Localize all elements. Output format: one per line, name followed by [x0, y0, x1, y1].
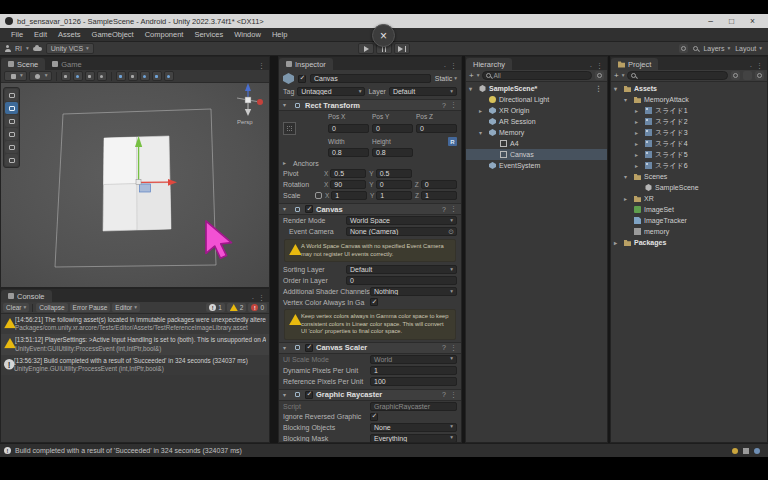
error-pause-button[interactable]: Error Pause [70, 303, 111, 312]
project-item-imagetracker[interactable]: ImageTracker [611, 215, 767, 226]
layers-dropdown[interactable]: Layers [703, 45, 730, 52]
foldout-icon[interactable] [479, 108, 486, 114]
tab-scene[interactable]: Scene [1, 58, 45, 70]
foldout-icon[interactable] [479, 130, 486, 136]
component-menu-icon[interactable]: ⋮ [450, 205, 457, 213]
status-bar[interactable]: ! Build completed with a result of 'Succ… [0, 443, 768, 457]
component-enabled-checkbox[interactable] [305, 391, 313, 399]
rect-transform-header[interactable]: Rect Transform ?⋮ [279, 99, 461, 111]
hierarchy-search-input[interactable]: All [482, 71, 592, 80]
menu-file[interactable]: File [6, 30, 28, 39]
canvas-component-header[interactable]: Canvas ?⋮ [279, 203, 461, 215]
project-item-slide5[interactable]: スライド5 [611, 149, 767, 160]
project-item-samplescene[interactable]: SampleScene [611, 182, 767, 193]
search-by-label-icon[interactable] [743, 71, 752, 80]
menu-component[interactable]: Component [140, 30, 189, 39]
foldout-icon[interactable] [469, 86, 476, 92]
order-in-layer-field[interactable]: 0 [346, 276, 457, 285]
foldout-icon[interactable] [614, 86, 621, 92]
search-by-type-icon[interactable] [731, 71, 740, 80]
cloud-status-icon[interactable] [754, 448, 760, 454]
hierarchy-item-xr-origin[interactable]: XR Origin [466, 105, 607, 116]
project-item-assets[interactable]: Assets [611, 83, 767, 94]
tab-project[interactable]: Project [611, 58, 658, 70]
console-message[interactable]: ! [13:56:32] Build completed with a resu… [1, 355, 269, 375]
component-menu-icon[interactable]: ⋮ [450, 344, 457, 352]
panel-menu-icon[interactable]: ⋮ [596, 62, 603, 70]
project-item-imageset[interactable]: ImageSet [611, 204, 767, 215]
rotate-tool-button[interactable] [5, 115, 18, 127]
close-button[interactable]: × [750, 14, 755, 28]
foldout-icon[interactable] [635, 119, 642, 125]
view-options-dropdown[interactable] [29, 71, 52, 81]
rotation-x-field[interactable]: 90 [330, 180, 366, 189]
scale-tool-button[interactable] [5, 128, 18, 140]
panel-menu-icon[interactable]: ⋮ [756, 62, 763, 70]
foldout-icon[interactable] [283, 160, 290, 166]
scale-x-field[interactable]: 1 [331, 191, 367, 200]
foldout-icon[interactable] [635, 152, 642, 158]
rotation-y-field[interactable]: 0 [376, 180, 412, 189]
warning-filter-toggle[interactable]: 2 [227, 303, 247, 312]
foldout-icon[interactable] [624, 196, 631, 202]
foldout-icon[interactable] [614, 240, 621, 246]
shader-channels-dropdown[interactable]: Nothing [370, 287, 457, 296]
tag-dropdown[interactable]: Untagged [297, 87, 365, 96]
hierarchy-item-memory[interactable]: Memory [466, 127, 607, 138]
foldout-icon[interactable] [624, 174, 631, 180]
component-menu-icon[interactable]: ⋮ [450, 101, 457, 109]
transform-tool-button[interactable] [5, 154, 18, 166]
cloud-icon[interactable] [33, 47, 42, 51]
pos-z-field[interactable]: 0 [416, 124, 457, 133]
persp-label[interactable]: Persp [237, 119, 253, 125]
2d-toggle-icon[interactable] [61, 71, 71, 81]
help-icon[interactable]: ? [442, 102, 446, 109]
blocking-mask-dropdown[interactable]: Everything [370, 434, 457, 442]
clear-button[interactable]: Clear [3, 303, 29, 312]
hierarchy-item-eventsystem[interactable]: EventSystem [466, 160, 607, 171]
rotation-z-field[interactable]: 0 [421, 180, 457, 189]
constrain-proportions-icon[interactable] [315, 192, 322, 199]
ignore-reversed-checkbox[interactable] [370, 413, 378, 421]
panel-lock-icon[interactable]: · [750, 63, 752, 70]
collapse-button[interactable]: Collapse [36, 303, 67, 312]
hierarchy-item-canvas[interactable]: Canvas [466, 149, 607, 160]
component-enabled-checkbox[interactable] [305, 205, 313, 213]
static-dropdown[interactable]: Static [435, 75, 457, 82]
error-filter-toggle[interactable]: !0 [248, 303, 267, 312]
dynamic-ppu-field[interactable]: 1 [370, 366, 457, 375]
unity-vcs-button[interactable]: Unity VCS [46, 43, 94, 54]
anchor-preset-button[interactable] [283, 122, 296, 135]
panel-lock-icon[interactable]: · [252, 295, 254, 302]
hierarchy-item-directional-light[interactable]: Directional Light [466, 94, 607, 105]
project-item-scenes[interactable]: Scenes [611, 171, 767, 182]
minimize-button[interactable]: – [708, 14, 713, 28]
console-message[interactable]: [13:51:12] PlayerSettings: >Active Input… [1, 334, 269, 354]
audio-toggle-icon[interactable] [85, 71, 95, 81]
menu-services[interactable]: Services [189, 30, 228, 39]
effects-dropdown-icon[interactable] [97, 71, 107, 81]
scene-visibility-icon[interactable] [152, 71, 162, 81]
foldout-icon[interactable] [283, 392, 290, 398]
panel-menu-icon[interactable]: ⋮ [258, 62, 265, 70]
menu-assets[interactable]: Assets [53, 30, 86, 39]
menu-help[interactable]: Help [267, 30, 292, 39]
rect-tool-button[interactable] [5, 141, 18, 153]
pos-x-field[interactable]: 0 [328, 124, 369, 133]
project-item-memory[interactable]: memory [611, 226, 767, 237]
tab-console[interactable]: Console [1, 290, 52, 302]
vertex-color-checkbox[interactable] [370, 298, 378, 306]
layout-dropdown[interactable]: Layout [735, 45, 762, 52]
create-button[interactable]: + [469, 72, 474, 80]
orientation-gizmo[interactable] [237, 83, 263, 116]
account-icon[interactable] [4, 45, 11, 52]
project-item-packages[interactable]: Packages [611, 237, 767, 248]
help-icon[interactable]: ? [442, 344, 446, 351]
help-icon[interactable]: ? [442, 206, 446, 213]
hierarchy-item-a4[interactable]: A4 [466, 138, 607, 149]
project-item-slide4[interactable]: スライド4 [611, 138, 767, 149]
foldout-icon[interactable] [283, 102, 290, 108]
gizmo-xy-plane-handle[interactable] [140, 184, 151, 192]
pos-y-field[interactable]: 0 [372, 124, 413, 133]
grid-icon[interactable] [743, 448, 749, 454]
